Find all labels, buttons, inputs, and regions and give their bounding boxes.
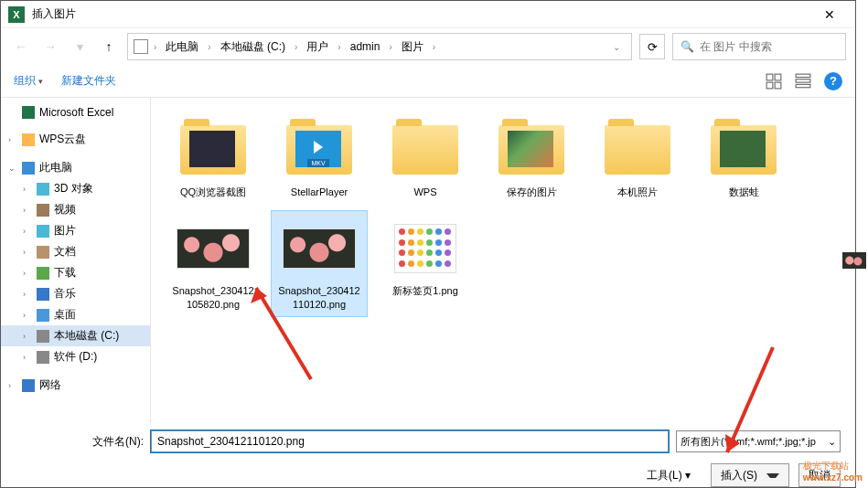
breadcrumb-item[interactable]: 用户 bbox=[303, 37, 332, 57]
filename-input[interactable] bbox=[151, 430, 669, 452]
folder-icon bbox=[599, 118, 676, 182]
breadcrumb-item[interactable]: 图片 bbox=[398, 37, 427, 57]
svg-rect-1 bbox=[775, 74, 781, 80]
music-icon bbox=[37, 288, 49, 301]
forward-button[interactable]: → bbox=[39, 36, 61, 58]
disk-icon bbox=[37, 351, 49, 364]
view-grid-icon[interactable] bbox=[766, 73, 782, 90]
view-list-icon[interactable] bbox=[795, 73, 811, 90]
chevron-right-icon: › bbox=[429, 42, 439, 52]
svg-rect-3 bbox=[775, 82, 781, 89]
file-item[interactable]: Snapshot_230412105820.png bbox=[166, 211, 261, 316]
pictures-icon bbox=[37, 225, 49, 238]
toolbar: 组织 新建文件夹 ? bbox=[1, 65, 855, 98]
file-item[interactable]: MKVStellarPlayer bbox=[272, 112, 367, 204]
sidebar-item-network[interactable]: ›网络 bbox=[1, 375, 150, 396]
sidebar-item-label: 此电脑 bbox=[39, 160, 72, 175]
dropdown-history[interactable]: ▾ bbox=[69, 36, 91, 58]
help-icon[interactable]: ? bbox=[824, 72, 842, 90]
sidebar-item-downloads[interactable]: ›下载 bbox=[1, 262, 150, 283]
file-label: 保存的图片 bbox=[507, 186, 557, 198]
breadcrumb-item[interactable]: 本地磁盘 (C:) bbox=[217, 37, 289, 57]
cloud-icon bbox=[22, 133, 35, 146]
sidebar-item-label: 软件 (D:) bbox=[54, 349, 97, 365]
chevron-right-icon: › bbox=[334, 42, 344, 52]
sidebar-item-video[interactable]: ›视频 bbox=[1, 199, 150, 220]
file-label: 本机照片 bbox=[617, 186, 658, 198]
network-icon bbox=[22, 379, 35, 392]
sidebar-item-excel[interactable]: Microsoft Excel bbox=[1, 103, 150, 122]
file-label: WPS bbox=[413, 186, 436, 198]
video-icon bbox=[37, 204, 49, 217]
sidebar-item-label: 本地磁盘 (C:) bbox=[54, 328, 119, 344]
back-button[interactable]: ← bbox=[10, 36, 32, 58]
excel-icon: X bbox=[8, 6, 25, 23]
refresh-button[interactable]: ⟳ bbox=[639, 34, 665, 59]
pc-icon bbox=[22, 162, 35, 175]
search-input[interactable] bbox=[700, 40, 838, 53]
sidebar-item-desktop[interactable]: ›桌面 bbox=[1, 304, 150, 325]
breadcrumb-item[interactable]: admin bbox=[347, 38, 384, 55]
file-label: StellarPlayer bbox=[291, 186, 348, 198]
documents-icon bbox=[37, 246, 49, 259]
chevron-right-icon: › bbox=[385, 42, 395, 52]
search-box[interactable]: 🔍 bbox=[672, 33, 846, 60]
excel-icon bbox=[22, 106, 35, 119]
svg-rect-5 bbox=[796, 79, 810, 81]
sidebar-item-disk-d[interactable]: ›软件 (D:) bbox=[1, 346, 150, 367]
close-button[interactable]: ✕ bbox=[811, 1, 848, 28]
sidebar-item-music[interactable]: ›音乐 bbox=[1, 283, 150, 304]
folder-icon: MKV bbox=[281, 118, 358, 182]
sidebar-item-label: 视频 bbox=[54, 202, 76, 217]
sidebar-item-pc[interactable]: ⌄此电脑 bbox=[1, 157, 150, 178]
navbar: ← → ▾ ↑ › 此电脑 › 本地磁盘 (C:) › 用户 › admin ›… bbox=[1, 28, 855, 65]
sidebar: Microsoft Excel ›WPS云盘 ⌄此电脑 ›3D 对象 ›视频 ›… bbox=[1, 98, 151, 423]
titlebar: X 插入图片 ✕ bbox=[1, 1, 855, 28]
new-folder-button[interactable]: 新建文件夹 bbox=[61, 73, 116, 89]
file-label: Snapshot_230412105820.png bbox=[171, 284, 255, 311]
image-thumb bbox=[175, 217, 252, 281]
sidebar-item-label: 桌面 bbox=[54, 307, 76, 323]
sidebar-item-label: 音乐 bbox=[54, 286, 76, 302]
file-label: 数据蛙 bbox=[729, 186, 759, 198]
sidebar-item-3d[interactable]: ›3D 对象 bbox=[1, 178, 150, 199]
svg-rect-0 bbox=[766, 74, 773, 80]
sidebar-item-disk-c[interactable]: ›本地磁盘 (C:) bbox=[1, 325, 150, 346]
3d-icon bbox=[37, 183, 49, 196]
sidebar-item-documents[interactable]: ›文档 bbox=[1, 241, 150, 262]
filetype-label: 所有图片(*.emf;*.wmf;*.jpg;*.jp bbox=[680, 435, 816, 449]
file-item[interactable]: 本机照片 bbox=[590, 112, 685, 204]
file-item[interactable]: 新标签页1.png bbox=[378, 211, 473, 316]
sidebar-item-label: 下载 bbox=[54, 265, 76, 281]
file-item[interactable]: 数据蛙 bbox=[696, 112, 791, 204]
breadcrumb-dropdown[interactable]: ⌄ bbox=[607, 42, 626, 52]
folder-icon bbox=[175, 118, 252, 182]
sidebar-item-label: 图片 bbox=[54, 223, 76, 239]
main: Microsoft Excel ›WPS云盘 ⌄此电脑 ›3D 对象 ›视频 ›… bbox=[1, 98, 855, 423]
file-item[interactable]: QQ浏览器截图 bbox=[166, 112, 261, 204]
file-label: QQ浏览器截图 bbox=[180, 186, 246, 198]
file-label: Snapshot_230412110120.png bbox=[277, 284, 361, 311]
up-button[interactable]: ↑ bbox=[98, 36, 120, 58]
desktop-icon bbox=[37, 309, 49, 322]
sidebar-item-wps[interactable]: ›WPS云盘 bbox=[1, 129, 150, 150]
folder-icon bbox=[387, 118, 464, 182]
sidebar-item-label: 网络 bbox=[39, 377, 61, 393]
preview-thumb bbox=[842, 252, 866, 269]
disk-icon bbox=[37, 330, 49, 343]
tools-button[interactable]: 工具(L) ▾ bbox=[647, 468, 691, 483]
insert-button[interactable]: 插入(S) bbox=[711, 463, 789, 487]
file-item[interactable]: 保存的图片 bbox=[484, 112, 579, 204]
bottom-bar: 文件名(N): 所有图片(*.emf;*.wmf;*.jpg;*.jp⌄ 工具(… bbox=[1, 423, 855, 488]
organize-button[interactable]: 组织 bbox=[14, 73, 43, 89]
file-item[interactable]: WPS bbox=[378, 112, 473, 204]
file-item[interactable]: Snapshot_230412110120.png bbox=[272, 211, 367, 316]
sidebar-item-pictures[interactable]: ›图片 bbox=[1, 220, 150, 241]
filetype-select[interactable]: 所有图片(*.emf;*.wmf;*.jpg;*.jp⌄ bbox=[676, 430, 841, 452]
breadcrumb-item[interactable]: 此电脑 bbox=[162, 37, 202, 57]
filename-label: 文件名(N): bbox=[92, 434, 144, 450]
svg-rect-4 bbox=[796, 74, 810, 77]
file-dialog: X 插入图片 ✕ ← → ▾ ↑ › 此电脑 › 本地磁盘 (C:) › 用户 … bbox=[0, 0, 856, 488]
pc-icon bbox=[134, 39, 148, 54]
breadcrumb[interactable]: › 此电脑 › 本地磁盘 (C:) › 用户 › admin › 图片 › ⌄ bbox=[127, 33, 632, 60]
